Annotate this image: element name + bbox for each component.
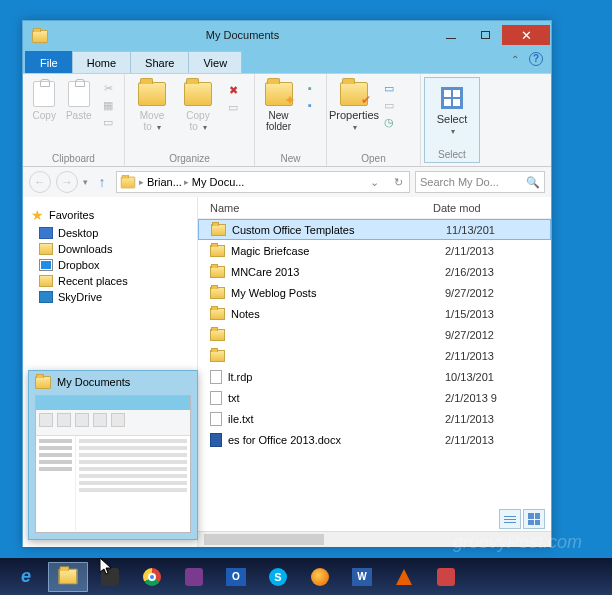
copy-path-icon[interactable]: ▦	[98, 97, 118, 113]
file-row[interactable]: Custom Office Templates11/13/201	[198, 219, 551, 240]
tab-home[interactable]: Home	[72, 51, 131, 73]
nav-item-desktop[interactable]: Desktop	[31, 225, 197, 241]
column-headers[interactable]: Name Date mod	[198, 197, 551, 219]
file-date: 2/1/2013 9	[445, 392, 497, 404]
ribbon-tabs: File Home Share View ⌃ ?	[23, 49, 551, 73]
folder-icon	[121, 176, 135, 188]
file-date: 2/11/2013	[445, 434, 494, 446]
taskbar-skype[interactable]: S	[258, 562, 298, 592]
file-row[interactable]: MNCare 20132/16/2013	[198, 261, 551, 282]
refresh-icon[interactable]: ↻	[388, 176, 409, 189]
nav-item-skydrive[interactable]: SkyDrive	[31, 289, 197, 305]
desktop-icon	[39, 227, 53, 239]
taskbar-firefox[interactable]	[300, 562, 340, 592]
taskbar-app3[interactable]	[426, 562, 466, 592]
help-icon[interactable]: ?	[529, 52, 543, 66]
copy-button[interactable]: Copy	[29, 78, 60, 121]
history-icon[interactable]: ◷	[379, 114, 399, 130]
tab-share[interactable]: Share	[130, 51, 189, 73]
cut-icon[interactable]: ✂	[98, 80, 118, 96]
taskbar-outlook[interactable]: O	[216, 562, 256, 592]
taskbar-explorer[interactable]	[48, 562, 88, 592]
file-row[interactable]: My Weblog Posts9/27/2012	[198, 282, 551, 303]
file-date: 2/11/2013	[445, 245, 494, 257]
favorites-section[interactable]: ★Favorites	[31, 205, 197, 225]
nav-forward-button[interactable]: →	[56, 171, 78, 193]
taskbar-word[interactable]: W	[342, 562, 382, 592]
taskbar-app2[interactable]	[174, 562, 214, 592]
new-folder-button[interactable]: New folder	[261, 78, 296, 132]
properties-button[interactable]: Properties▾	[333, 78, 375, 133]
file-row[interactable]: lt.rdp10/13/201	[198, 366, 551, 387]
horizontal-scrollbar[interactable]	[198, 531, 551, 547]
rename-icon[interactable]: ▭	[223, 99, 243, 115]
tab-view[interactable]: View	[188, 51, 242, 73]
file-name: txt	[228, 392, 240, 404]
paste-button[interactable]: Paste	[64, 78, 95, 121]
outlook-icon: O	[226, 568, 246, 586]
file-row[interactable]: txt2/1/2013 9	[198, 387, 551, 408]
new-item-icon[interactable]: ▪	[300, 80, 320, 96]
collapse-ribbon-icon[interactable]: ⌃	[511, 54, 519, 65]
minimize-button[interactable]	[434, 25, 468, 45]
file-icon	[210, 350, 225, 362]
search-input[interactable]: Search My Do... 🔍	[415, 171, 545, 193]
nav-item-downloads[interactable]: Downloads	[31, 241, 197, 257]
move-to-button[interactable]: Moveto ▾	[131, 78, 173, 133]
skype-icon: S	[269, 568, 287, 586]
file-row[interactable]: 9/27/2012	[198, 324, 551, 345]
dropbox-icon	[39, 259, 53, 271]
select-button[interactable]: Select▾	[431, 82, 473, 137]
nav-item-recent[interactable]: Recent places	[31, 273, 197, 289]
taskbar: e O S W	[0, 558, 612, 595]
paste-shortcut-icon[interactable]: ▭	[98, 114, 118, 130]
skydrive-icon	[39, 291, 53, 303]
breadcrumb[interactable]: Brian...	[147, 176, 182, 188]
taskbar-preview[interactable]: My Documents	[28, 370, 198, 540]
vlc-icon	[396, 569, 412, 585]
delete-icon[interactable]: ✖	[223, 82, 243, 98]
file-date: 9/27/2012	[445, 329, 494, 341]
taskbar-ie[interactable]: e	[6, 562, 46, 592]
view-details-button[interactable]	[499, 509, 521, 529]
taskbar-chrome[interactable]	[132, 562, 172, 592]
file-date: 2/11/2013	[445, 413, 494, 425]
file-icon	[211, 224, 226, 236]
file-date: 1/15/2013	[445, 308, 494, 320]
app-icon	[101, 568, 119, 586]
preview-thumbnail	[35, 395, 191, 533]
view-icons-button[interactable]	[523, 509, 545, 529]
nav-back-button[interactable]: ←	[29, 171, 51, 193]
copy-to-button[interactable]: Copyto ▾	[177, 78, 219, 133]
breadcrumb[interactable]: My Docu...	[192, 176, 245, 188]
word-icon: W	[352, 568, 372, 586]
open-icon[interactable]: ▭	[379, 80, 399, 96]
maximize-button[interactable]	[468, 25, 502, 45]
downloads-icon	[39, 243, 53, 255]
file-name: MNCare 2013	[231, 266, 299, 278]
address-dropdown-icon[interactable]: ⌄	[370, 176, 385, 189]
search-icon: 🔍	[526, 176, 540, 189]
file-icon	[210, 287, 225, 299]
tab-file[interactable]: File	[25, 51, 73, 73]
title-bar[interactable]: My Documents ✕	[23, 21, 551, 49]
file-list: Name Date mod Custom Office Templates11/…	[198, 197, 551, 547]
ie-icon: e	[21, 566, 31, 587]
folder-icon	[35, 376, 51, 389]
file-row[interactable]: 2/11/2013	[198, 345, 551, 366]
taskbar-vlc[interactable]	[384, 562, 424, 592]
easy-access-icon[interactable]: ▪	[300, 97, 320, 113]
close-button[interactable]: ✕	[502, 25, 550, 45]
preview-title: My Documents	[57, 376, 130, 388]
file-row[interactable]: es for Office 2013.docx2/11/2013	[198, 429, 551, 450]
address-box[interactable]: ▸ Brian...▸ My Docu... ⌄ ↻	[116, 171, 410, 193]
edit-icon[interactable]: ▭	[379, 97, 399, 113]
file-row[interactable]: Notes1/15/2013	[198, 303, 551, 324]
file-row[interactable]: ile.txt2/11/2013	[198, 408, 551, 429]
nav-up-button[interactable]: ↑	[93, 174, 111, 190]
nav-history-icon[interactable]: ▾	[83, 177, 88, 187]
file-date: 9/27/2012	[445, 287, 494, 299]
taskbar-app[interactable]	[90, 562, 130, 592]
file-row[interactable]: Magic Briefcase2/11/2013	[198, 240, 551, 261]
nav-item-dropbox[interactable]: Dropbox	[31, 257, 197, 273]
